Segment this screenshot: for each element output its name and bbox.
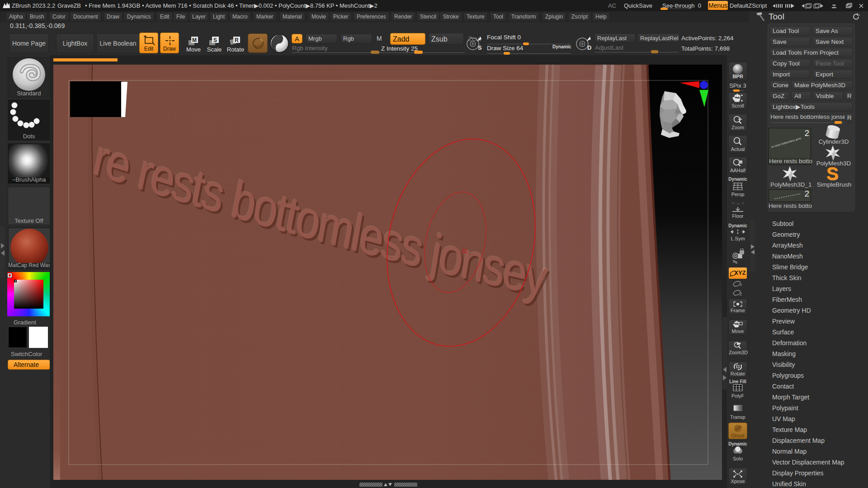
svg-text:R: R xyxy=(235,37,239,43)
svg-text:S: S xyxy=(213,37,217,43)
svg-text:S: S xyxy=(478,44,482,51)
svg-text:Z: Z xyxy=(740,292,742,296)
svg-text:D: D xyxy=(587,44,591,51)
svg-text:M: M xyxy=(192,37,197,43)
svg-text:Y: Y xyxy=(740,283,742,287)
svg-text:1: 1 xyxy=(738,139,741,143)
